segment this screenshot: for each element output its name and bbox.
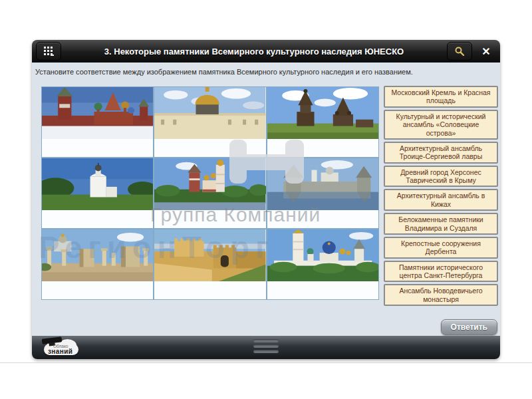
- close-icon: ✕: [481, 45, 490, 58]
- title-bar: 3. Некоторые памятники Всемирного культу…: [32, 40, 500, 63]
- close-button[interactable]: ✕: [476, 43, 496, 60]
- drag-handle-bar: [253, 339, 279, 342]
- app-window: 3. Некоторые памятники Всемирного культу…: [32, 40, 500, 359]
- answer-option-7[interactable]: Крепостные сооружения Дербента: [384, 237, 498, 259]
- grid-cell-9[interactable]: [267, 229, 379, 300]
- bottom-bar: Облако знаний: [32, 336, 500, 359]
- task-area: Установите соответствие между изображени…: [32, 63, 500, 336]
- trinity-lavra-photo: [267, 229, 378, 281]
- drop-slot-9[interactable]: [267, 281, 378, 299]
- grid-cell-4[interactable]: [41, 158, 154, 229]
- answer-option-8[interactable]: Памятники исторического центра Санкт-Пет…: [384, 261, 498, 283]
- drop-slot-4[interactable]: [42, 210, 153, 228]
- answer-option-5[interactable]: Архитектурный ансамбль в Кижах: [384, 189, 498, 211]
- drop-slot-3[interactable]: [267, 139, 378, 157]
- st-isaacs-cathedral-photo: [154, 87, 265, 139]
- grid-cell-5[interactable]: [154, 158, 266, 229]
- moscow-kremlin-photo: [42, 87, 153, 139]
- derbent-fortress-photo: [154, 229, 265, 281]
- task-list-button[interactable]: [36, 42, 61, 61]
- grid-cell-8[interactable]: [154, 229, 266, 300]
- kizhi-churches-photo: [267, 87, 378, 139]
- page-divider: [0, 362, 532, 363]
- image-grid: [41, 86, 379, 300]
- answer-option-2[interactable]: Культурный и исторический ансамбль «Соло…: [384, 110, 498, 140]
- page-title: 3. Некоторые памятники Всемирного культу…: [65, 47, 443, 57]
- search-button[interactable]: [447, 42, 472, 61]
- drop-slot-7[interactable]: [42, 281, 153, 299]
- drag-handle-bar: [253, 344, 279, 348]
- drag-handle-bar: [253, 350, 279, 353]
- answer-option-1[interactable]: Московский Кремль и Красная площадь: [384, 86, 498, 108]
- answer-list: Московский Кремль и Красная площадь Куль…: [384, 86, 498, 306]
- answer-option-4[interactable]: Древний город Херсонес Таврический в Кры…: [384, 166, 498, 188]
- oblako-znaniy-logo: Облако знаний: [40, 336, 84, 358]
- grid-cell-6[interactable]: [267, 158, 379, 229]
- answer-option-6[interactable]: Белокаменные памятники Владимира и Сузда…: [384, 213, 498, 235]
- grid-cell-2[interactable]: [154, 86, 266, 158]
- grid-cell-7[interactable]: [41, 229, 154, 300]
- church-on-nerl-photo: [42, 158, 153, 210]
- answer-option-3[interactable]: Архитектурный ансамбль Троице-Сергиевой …: [384, 142, 498, 164]
- task-grid-icon: [43, 46, 55, 57]
- chersonesus-ruins-photo: [42, 229, 153, 281]
- novodevichy-convent-photo: [154, 158, 265, 210]
- solovetsky-monastery-photo: [267, 158, 378, 210]
- instruction-text: Установите соответствие между изображени…: [32, 63, 500, 78]
- grid-cell-1[interactable]: [41, 86, 154, 158]
- search-icon: [454, 46, 465, 57]
- drop-slot-2[interactable]: [154, 139, 265, 157]
- drop-slot-8[interactable]: [154, 281, 265, 299]
- drop-slot-5[interactable]: [154, 210, 265, 228]
- drop-slot-6[interactable]: [267, 210, 378, 228]
- drop-slot-1[interactable]: [42, 139, 153, 157]
- answer-option-9[interactable]: Ансамбль Новодевичьего монастыря: [384, 284, 498, 306]
- drag-handle[interactable]: [253, 339, 279, 353]
- grid-cell-3[interactable]: [267, 86, 379, 158]
- logo-text-bottom: знаний: [48, 348, 72, 355]
- answer-button[interactable]: Ответить: [441, 319, 497, 335]
